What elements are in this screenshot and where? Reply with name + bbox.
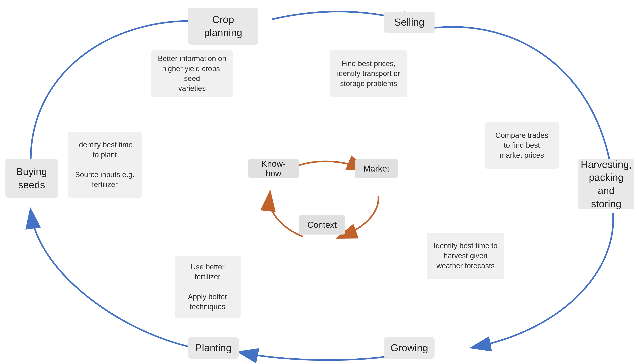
node-context: Context (299, 215, 345, 234)
node-harvesting: Harvesting, packing and storing (578, 159, 634, 209)
info-planting: Use better fertilizer Apply better techn… (175, 256, 240, 318)
node-crop-planning: Crop planning (188, 8, 258, 44)
info-harvesting: Compare trades to find best market price… (485, 122, 559, 169)
node-buying-seeds: Buying seeds (6, 159, 58, 198)
info-growing: Identify best time to harvest given weat… (427, 232, 504, 279)
node-knowhow: Know-how (248, 159, 299, 178)
node-selling: Selling (384, 12, 435, 33)
arrow-knowhow-to-market (291, 162, 363, 169)
arrow-growing-to-planting (242, 353, 407, 360)
info-buying-seeds: Identify best time to plant Source input… (68, 132, 142, 198)
arrow-context-to-knowhow (269, 196, 303, 236)
info-crop-planning: Better information on higher yield crops… (151, 50, 233, 97)
node-planting: Planting (188, 337, 239, 358)
diagram-container: Crop planning Selling Buying seeds Harve… (0, 0, 639, 364)
node-growing: Growing (384, 337, 435, 358)
arrow-planting-to-buying (31, 213, 190, 347)
info-selling: Find best prices, identify transport or … (330, 50, 407, 97)
arrow-market-to-context (342, 196, 379, 236)
node-market: Market (355, 159, 398, 178)
